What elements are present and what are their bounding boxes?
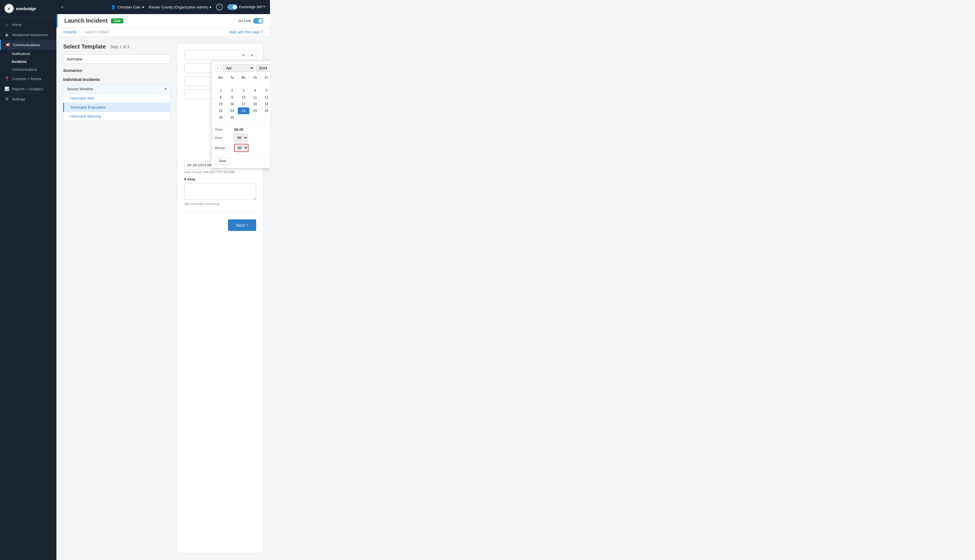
category-severe-weather[interactable]: Severe Weather ▾ <box>63 84 170 94</box>
expand-btn-1[interactable]: ▾ <box>248 51 256 60</box>
cal-header-fr: Fr <box>260 75 270 80</box>
sidebar-item-home[interactable]: ⌂ Home <box>0 20 57 30</box>
cal-header-th: Th <box>249 75 261 80</box>
sidebar-item-communications[interactable]: Communications <box>0 66 57 73</box>
date-format-label: Date Format: MM-DD-YYYY HH:MM <box>184 170 256 174</box>
divider <box>184 212 256 213</box>
page-header: Launch Incident Live Go Live <box>57 14 270 28</box>
hour-select[interactable]: 00010203 04050607 08091011 12131415 1617… <box>234 134 248 142</box>
hour-row: Hour 00010203 04050607 08091011 12131415… <box>215 134 270 142</box>
page-title: Launch Incident <box>64 17 107 24</box>
cal-day-empty <box>260 80 270 87</box>
help-link[interactable]: Help with this page ? <box>229 30 263 34</box>
help-button[interactable]: ? <box>216 4 223 10</box>
now-button[interactable]: Now <box>215 157 230 165</box>
sub-item-hurricane-alert[interactable]: Hurricane Alert <box>63 94 170 103</box>
toggle-360[interactable] <box>227 4 237 10</box>
incidents-label: Incidents <box>12 60 27 64</box>
sidebar-item-communications[interactable]: 📢 Communications <box>0 40 57 50</box>
time-label: Time <box>215 128 232 132</box>
form-panel: ✕ ▾ ✕ ▾ <box>177 43 263 553</box>
cal-day-23[interactable]: 23 <box>227 107 238 114</box>
logo-icon: e <box>5 4 13 13</box>
sidebar-item-settings[interactable]: ⚙ Settings <box>0 94 57 104</box>
go-live-toggle[interactable] <box>253 18 263 24</box>
year-select[interactable]: 20222023 20242025 <box>256 64 270 72</box>
area-label: 6 Area <box>184 177 256 181</box>
cal-grid: Mo Tu We Th Fr Sa Su <box>215 75 270 121</box>
logo-text: everbridge <box>16 6 36 11</box>
cal-header-mo: Mo <box>215 75 227 80</box>
sidebar-item-notifications[interactable]: Notifications <box>0 50 57 58</box>
user-info[interactable]: 👤 Christian Cole ▾ <box>111 5 144 9</box>
hurricane-alert-label: Hurricane Alert <box>70 96 95 100</box>
scenarios-label: Scenarios <box>63 68 170 73</box>
panel-title: Select Template <box>63 43 106 50</box>
sidebar-item-incidents[interactable]: Incidents <box>0 58 57 66</box>
calendar-popup: ‹ JanFebMar AprMayJun JulAugSep OctNovDe… <box>211 61 270 168</box>
home-icon: ⌂ <box>5 22 9 27</box>
cal-day-15[interactable]: 15 <box>215 101 227 107</box>
breadcrumb-incidents[interactable]: Incidents <box>63 30 77 34</box>
next-button[interactable]: Next > <box>228 219 256 231</box>
cal-prev-btn[interactable]: ‹ <box>215 65 221 71</box>
sidebar-item-contacts-assets[interactable]: 📍 Contacts + Assets <box>0 73 57 84</box>
cal-day-10[interactable]: 10 <box>238 94 249 101</box>
sidebar-item-reports-analytics[interactable]: 📊 Reports + Analytics <box>0 84 57 94</box>
time-row: Time 06:00 <box>215 127 270 132</box>
communications-label: Communications <box>13 43 40 47</box>
cal-day-empty <box>227 80 238 87</box>
main-content: Select Template Step 1 of 3 Scenarios In… <box>57 37 270 560</box>
cal-day-5[interactable]: 5 <box>260 87 270 94</box>
page-header-left: Launch Incident Live <box>64 17 123 24</box>
badge-360-label: Everbridge 360™ <box>239 5 265 9</box>
sidebar-item-situational-awareness[interactable]: ◉ Situational Awareness <box>0 30 57 40</box>
category-severe-weather-label: Severe Weather <box>67 87 93 91</box>
user-chevron: ▾ <box>142 5 144 9</box>
input-row-1: ✕ ▾ <box>184 50 256 60</box>
content-area: Launch Incident Live Go Live Incidents ›… <box>57 14 270 560</box>
cal-day-1[interactable]: 1 <box>215 87 227 94</box>
home-label: Home <box>12 23 22 27</box>
month-select[interactable]: JanFebMar AprMayJun JulAugSep OctNovDec <box>223 64 254 72</box>
search-input[interactable] <box>63 54 170 64</box>
cal-day-18[interactable]: 18 <box>249 101 261 107</box>
org-selector[interactable]: Rainier County (Organization Admin) ▾ <box>149 5 212 9</box>
cal-day-30[interactable]: 30 <box>227 114 238 121</box>
field-input-1[interactable] <box>185 51 239 60</box>
cal-day-24[interactable]: 24 <box>238 107 249 114</box>
help-link-icon: ? <box>261 30 263 34</box>
cal-day-3[interactable]: 3 <box>238 87 249 94</box>
reports-icon: 📊 <box>5 87 9 91</box>
cal-day-11[interactable]: 11 <box>249 94 261 101</box>
cal-day-2[interactable]: 2 <box>227 87 238 94</box>
sub-item-hurricane-warning[interactable]: Hurricane Warning <box>63 112 170 121</box>
cal-day-9[interactable]: 9 <box>227 94 238 101</box>
cal-day-17[interactable]: 17 <box>238 101 249 107</box>
cal-day-29[interactable]: 29 <box>215 114 227 121</box>
minute-select[interactable]: 00051015 20253035 40455055 <box>234 144 249 152</box>
minute-label: Minute <box>215 146 232 150</box>
time-value: 06:00 <box>234 127 244 132</box>
collapse-arrows[interactable]: » <box>61 5 63 10</box>
clear-btn-1[interactable]: ✕ <box>239 51 248 60</box>
cal-day-empty <box>215 80 227 87</box>
org-chevron: ▾ <box>210 5 212 9</box>
cal-day-empty <box>249 114 261 121</box>
cal-day-26[interactable]: 26 <box>260 107 270 114</box>
cal-day-empty <box>238 80 249 87</box>
cal-day-19[interactable]: 19 <box>260 101 270 107</box>
sub-item-hurricane-evacuation[interactable]: Hurricane Evacuation <box>63 103 170 112</box>
cal-day-22[interactable]: 22 <box>215 107 227 114</box>
cal-day-16[interactable]: 16 <box>227 101 238 107</box>
cal-day-25[interactable]: 25 <box>249 107 261 114</box>
breadcrumb-separator: › <box>79 30 81 34</box>
sidebar-nav: ⌂ Home ◉ Situational Awareness 📢 Communi… <box>0 17 57 560</box>
cal-day-12[interactable]: 12 <box>260 94 270 101</box>
form-field-1: ✕ ▾ <box>184 50 256 60</box>
cal-day-4[interactable]: 4 <box>249 87 261 94</box>
template-panel: Select Template Step 1 of 3 Scenarios In… <box>63 43 170 553</box>
area-textarea[interactable] <box>184 183 256 200</box>
cal-day-8[interactable]: 8 <box>215 94 227 101</box>
contacts-icon: 📍 <box>5 77 9 81</box>
